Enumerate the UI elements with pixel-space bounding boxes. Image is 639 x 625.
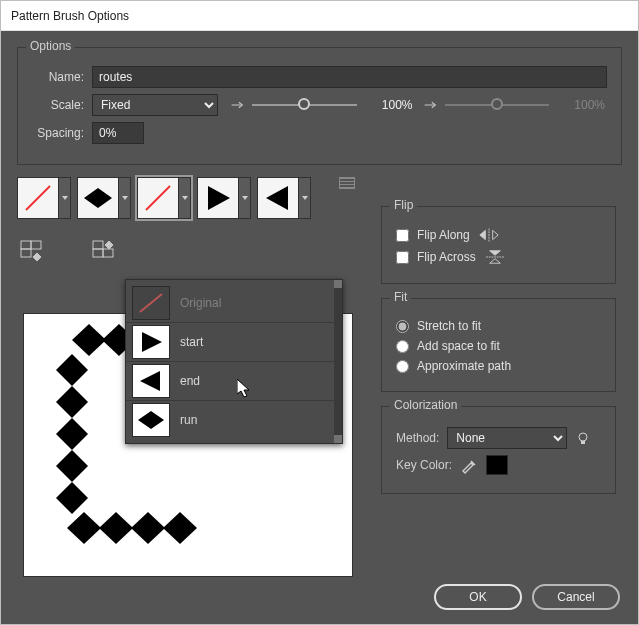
tile-start[interactable] <box>197 177 239 219</box>
svg-rect-6 <box>31 241 41 249</box>
menu-item-label: Original <box>180 296 221 310</box>
svg-marker-17 <box>56 354 88 386</box>
eyedropper-icon[interactable] <box>460 456 478 474</box>
svg-marker-33 <box>489 251 500 255</box>
menu-item-start[interactable]: start <box>126 323 342 362</box>
tile-side[interactable] <box>77 177 119 219</box>
ok-button[interactable]: OK <box>434 584 522 610</box>
scale-label: Scale: <box>32 98 92 112</box>
svg-rect-37 <box>581 441 585 444</box>
svg-marker-28 <box>140 371 160 391</box>
svg-marker-20 <box>56 450 88 482</box>
svg-marker-30 <box>480 230 486 239</box>
options-legend: Options <box>26 39 75 53</box>
fit-legend: Fit <box>390 290 411 304</box>
flip-along-icon <box>478 227 500 243</box>
colorization-legend: Colorization <box>390 398 461 412</box>
scale-value[interactable]: 100% <box>363 98 415 112</box>
titlebar[interactable]: Pattern Brush Options <box>1 1 638 31</box>
name-input[interactable] <box>92 66 607 88</box>
svg-rect-11 <box>103 249 113 257</box>
name-label: Name: <box>32 70 92 84</box>
svg-point-36 <box>579 433 587 441</box>
tile-inner-corner[interactable] <box>137 177 179 219</box>
tile-outer-corner[interactable] <box>17 177 59 219</box>
svg-marker-12 <box>105 241 113 249</box>
scale-slider-2 <box>445 104 550 106</box>
svg-marker-24 <box>131 512 165 544</box>
keycolor-label: Key Color: <box>396 458 452 472</box>
tile-pattern-menu[interactable]: Original start end run <box>125 279 343 444</box>
menu-item-original: Original <box>126 284 342 323</box>
svg-marker-1 <box>84 188 112 208</box>
svg-marker-23 <box>99 512 133 544</box>
colorization-panel: Colorization Method: None Key Color: <box>381 406 616 494</box>
tile-end[interactable] <box>257 177 299 219</box>
tile-list-toggle-icon[interactable] <box>339 177 355 189</box>
scale-constrain-left-icon[interactable] <box>228 97 246 113</box>
svg-marker-19 <box>56 418 88 450</box>
menu-item-end[interactable]: end <box>126 362 342 401</box>
svg-marker-21 <box>56 482 88 514</box>
flip-along-check[interactable]: Flip Along <box>396 227 601 243</box>
flip-panel: Flip Flip Along Flip Across <box>381 206 616 284</box>
menu-item-label: start <box>180 335 203 349</box>
options-group: Options Name: Scale: Fixed 100% <box>17 47 622 165</box>
tile-outer-corner-menu[interactable] <box>59 177 71 219</box>
tile-wells <box>17 177 357 267</box>
scale-slider[interactable] <box>252 104 357 106</box>
fit-addspace-radio[interactable]: Add space to fit <box>396 339 601 353</box>
tile-end-menu[interactable] <box>299 177 311 219</box>
spacing-input[interactable] <box>92 122 144 144</box>
tile-side-menu[interactable] <box>119 177 131 219</box>
svg-line-26 <box>140 294 162 312</box>
corner-structure-right-icon[interactable] <box>91 239 127 261</box>
menu-scrollbar[interactable] <box>334 280 342 443</box>
colorization-method-dropdown[interactable]: None <box>447 427 567 449</box>
fit-panel: Fit Stretch to fit Add space to fit Appr… <box>381 298 616 392</box>
svg-rect-10 <box>93 249 103 257</box>
cancel-button[interactable]: Cancel <box>532 584 620 610</box>
svg-marker-25 <box>163 512 197 544</box>
menu-item-label: run <box>180 413 197 427</box>
fit-stretch-radio[interactable]: Stretch to fit <box>396 319 601 333</box>
svg-marker-32 <box>492 230 498 239</box>
flip-across-icon <box>484 249 506 265</box>
svg-line-0 <box>26 186 50 210</box>
tip-icon[interactable] <box>575 430 591 446</box>
scale-value-2: 100% <box>555 98 607 112</box>
window-title: Pattern Brush Options <box>11 9 129 23</box>
fit-approx-radio[interactable]: Approximate path <box>396 359 601 373</box>
tile-start-menu[interactable] <box>239 177 251 219</box>
corner-structure-left-icon[interactable] <box>19 239 55 261</box>
svg-marker-3 <box>208 186 230 210</box>
svg-marker-29 <box>138 411 164 429</box>
flip-across-check[interactable]: Flip Across <box>396 249 601 265</box>
svg-marker-13 <box>72 324 106 356</box>
svg-line-2 <box>146 186 170 210</box>
tile-inner-corner-menu[interactable] <box>179 177 191 219</box>
menu-item-run[interactable]: run <box>126 401 342 439</box>
svg-marker-35 <box>489 259 500 263</box>
scale-mode-dropdown[interactable]: Fixed <box>92 94 218 116</box>
scale-constrain-right-icon[interactable] <box>421 97 439 113</box>
keycolor-swatch[interactable] <box>486 455 508 475</box>
svg-marker-8 <box>33 253 41 261</box>
menu-item-label: end <box>180 374 200 388</box>
method-label: Method: <box>396 431 439 445</box>
svg-rect-5 <box>21 241 31 249</box>
svg-rect-9 <box>93 241 103 249</box>
svg-marker-27 <box>142 332 162 352</box>
spacing-label: Spacing: <box>32 126 92 140</box>
svg-marker-22 <box>67 512 101 544</box>
svg-marker-4 <box>266 186 288 210</box>
flip-legend: Flip <box>390 198 417 212</box>
svg-marker-18 <box>56 386 88 418</box>
svg-rect-7 <box>21 249 31 257</box>
